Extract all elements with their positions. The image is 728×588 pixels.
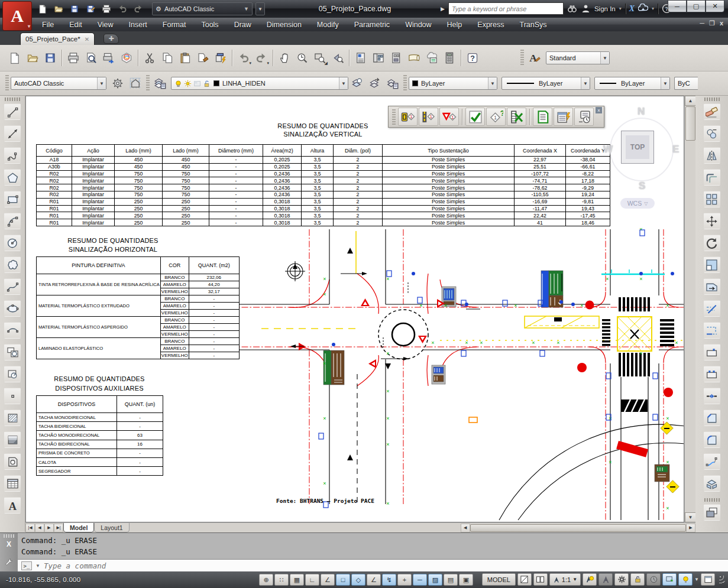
- quick-report-button[interactable]: [554, 108, 573, 126]
- wrench-icon[interactable]: [5, 558, 13, 566]
- close-icon[interactable]: ✕: [85, 36, 89, 43]
- infer-constraints-toggle[interactable]: ⊕: [259, 574, 273, 586]
- quick-properties-toggle[interactable]: ▤: [444, 574, 458, 586]
- minimize-button[interactable]: ─: [668, 0, 687, 12]
- polygon-button[interactable]: [4, 169, 21, 186]
- command-panel-grip[interactable]: X: [0, 533, 18, 572]
- stretch-button[interactable]: [704, 278, 720, 295]
- block-editor-button[interactable]: [212, 49, 229, 67]
- ortho-mode-toggle[interactable]: ∟: [305, 574, 319, 586]
- tab-layout1[interactable]: Layout1: [94, 523, 129, 532]
- line-button[interactable]: [4, 103, 21, 120]
- circle-button[interactable]: [4, 235, 21, 251]
- scroll-up-button[interactable]: ▲: [685, 96, 696, 106]
- menu-express[interactable]: Express: [470, 19, 512, 31]
- close-icon[interactable]: X: [7, 540, 11, 548]
- designcenter-button[interactable]: [370, 49, 387, 67]
- undo-button[interactable]: ▾: [235, 49, 253, 67]
- menu-tools[interactable]: Tools: [193, 19, 226, 31]
- performance-clock-icon[interactable]: [646, 573, 661, 586]
- insert-block-button[interactable]: [4, 344, 21, 360]
- annotation-scale-button[interactable]: 1:1 ▼: [549, 573, 581, 586]
- wcs-menu[interactable]: WCS ▽: [620, 198, 655, 209]
- offset-button[interactable]: [704, 169, 720, 186]
- explode-button[interactable]: [704, 475, 720, 492]
- viewcube-west[interactable]: W: [603, 144, 613, 155]
- lineweight-combo[interactable]: ByLayer ▼: [594, 77, 670, 90]
- viewcube-south[interactable]: S: [639, 180, 645, 192]
- help-button[interactable]: ?: [464, 49, 481, 67]
- menu-format[interactable]: Format: [155, 19, 194, 31]
- text-style-button[interactable]: A: [526, 49, 543, 67]
- object-snap-tracking-toggle[interactable]: ∠: [367, 574, 381, 586]
- report-document-button[interactable]: [533, 108, 552, 126]
- next-layout-button[interactable]: ▶: [44, 524, 54, 532]
- menu-modify[interactable]: Modify: [309, 19, 347, 31]
- viewcube-east[interactable]: E: [672, 144, 679, 155]
- 3d-object-snap-toggle[interactable]: ◇: [351, 574, 365, 586]
- trim-button[interactable]: [704, 300, 720, 317]
- polar-tracking-toggle[interactable]: ∠: [321, 574, 335, 586]
- break-at-point-button[interactable]: [704, 344, 720, 360]
- vertical-scrollbar[interactable]: ▲ ▼: [684, 96, 695, 522]
- plot-button[interactable]: [64, 49, 82, 67]
- table-button[interactable]: [4, 475, 21, 492]
- copy-object-button[interactable]: [704, 125, 720, 142]
- warning-sign-quantity-button[interactable]: 1: [439, 108, 459, 126]
- text-style-combo[interactable]: Standard ▼: [546, 51, 610, 64]
- rotate-button[interactable]: [704, 235, 720, 251]
- cut-button[interactable]: [141, 49, 158, 67]
- object-snap-toggle[interactable]: □: [336, 574, 350, 586]
- workspace-settings-button[interactable]: [109, 74, 127, 92]
- tool-palettes-button[interactable]: [387, 49, 405, 67]
- hardware-acceleration-icon[interactable]: [662, 573, 677, 586]
- layer-combo[interactable]: LINHA_HIDEN ▼: [171, 77, 348, 90]
- open-button[interactable]: [51, 2, 66, 16]
- point-button[interactable]: [4, 388, 21, 404]
- verify-check-button[interactable]: [465, 108, 485, 126]
- quick-view-layouts-icon[interactable]: [517, 573, 532, 586]
- expand-arrow-icon[interactable]: ▶: [441, 6, 445, 12]
- show-transparency-toggle[interactable]: ▨: [428, 574, 442, 586]
- menu-view[interactable]: View: [90, 19, 121, 31]
- my-workspace-button[interactable]: [127, 74, 144, 92]
- last-layout-button[interactable]: ▶|: [54, 524, 63, 532]
- redo-button[interactable]: [131, 2, 145, 16]
- viewcube-north[interactable]: N: [638, 106, 645, 118]
- make-block-button[interactable]: [4, 366, 21, 382]
- doc-restore-button[interactable]: ❐: [709, 20, 715, 27]
- zoom-window-button[interactable]: ◢: [311, 49, 329, 67]
- paste-button[interactable]: [176, 49, 194, 67]
- toolbar-grip[interactable]: [520, 50, 524, 66]
- array-button[interactable]: [704, 191, 720, 207]
- menu-edit[interactable]: Edit: [62, 19, 90, 31]
- menu-help[interactable]: Help: [439, 19, 470, 31]
- break-button[interactable]: [704, 366, 720, 382]
- toolbar-grip[interactable]: [5, 98, 20, 101]
- redo-button[interactable]: ▾: [253, 49, 270, 67]
- toolbar-grip[interactable]: [704, 98, 720, 101]
- application-menu-button[interactable]: A ▾: [2, 1, 32, 31]
- drawing-area[interactable]: ××××××××××××××××××××××××××××××× Fonte: B…: [25, 96, 684, 522]
- menu-parametric[interactable]: Parametric: [347, 19, 397, 31]
- grid-display-toggle[interactable]: ▦: [290, 574, 304, 586]
- scroll-down-button[interactable]: ▼: [685, 512, 696, 522]
- doc-minimize-button[interactable]: ─: [700, 20, 704, 27]
- sheet-set-manager-button[interactable]: [405, 49, 423, 67]
- quickcalc-button[interactable]: [441, 49, 458, 67]
- menu-insert[interactable]: Insert: [121, 19, 155, 31]
- new-button[interactable]: [35, 2, 50, 16]
- chevron-down-icon[interactable]: ▾: [619, 6, 622, 11]
- rectangle-button[interactable]: [4, 191, 21, 207]
- menu-dimension[interactable]: Dimension: [259, 19, 309, 31]
- properties-button[interactable]: [352, 49, 370, 67]
- workspace-combo[interactable]: AutoCAD Classic ▼: [11, 77, 106, 90]
- spline-button[interactable]: [4, 278, 21, 295]
- annotation-visibility-icon[interactable]: [583, 573, 597, 586]
- scale-button[interactable]: [704, 256, 720, 273]
- move-button[interactable]: [704, 213, 720, 229]
- make-object-layer-current-button[interactable]: [348, 74, 366, 92]
- auto-annotation-icon[interactable]: [598, 573, 613, 586]
- tab-model[interactable]: Model: [63, 523, 94, 532]
- resize-grip[interactable]: [719, 576, 725, 584]
